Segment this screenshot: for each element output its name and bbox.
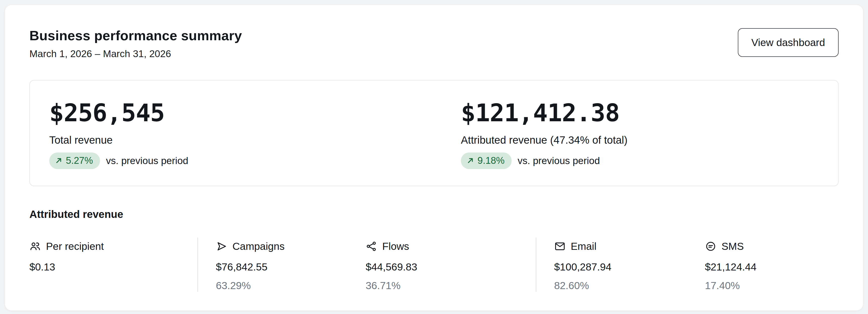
attributed-revenue-value: $121,412.38: [461, 99, 627, 127]
campaigns-column: Campaigns $76,842.55 63.29%: [216, 237, 366, 292]
per-recipient-header: Per recipient: [29, 240, 197, 253]
total-revenue-label: Total revenue: [49, 134, 461, 146]
total-revenue-metric: $256,545 Total revenue 5.27% vs. previou…: [49, 99, 461, 169]
attributed-revenue-breakdown: Per recipient $0.13 Campaigns $76,842.55…: [29, 237, 839, 292]
total-revenue-change-row: 5.27% vs. previous period: [49, 152, 461, 169]
sms-label: SMS: [721, 240, 744, 253]
campaigns-header: Campaigns: [216, 240, 366, 253]
view-dashboard-button[interactable]: View dashboard: [738, 28, 839, 57]
campaigns-label: Campaigns: [232, 240, 284, 253]
attributed-revenue-change-value: 9.18%: [477, 155, 505, 166]
column-divider: [536, 237, 536, 292]
header-text-block: Business performance summary March 1, 20…: [29, 27, 242, 60]
column-divider: [197, 237, 198, 292]
sms-value: $21,124.44: [705, 261, 839, 273]
trend-up-icon: [54, 156, 63, 165]
campaigns-share: 63.29%: [216, 279, 366, 292]
flows-share: 36.71%: [366, 279, 536, 292]
page-title: Business performance summary: [29, 27, 242, 44]
email-header: Email: [554, 240, 705, 253]
attributed-revenue-section-heading: Attributed revenue: [29, 208, 839, 221]
total-revenue-comparison: vs. previous period: [106, 155, 188, 166]
people-icon: [29, 240, 41, 252]
email-label: Email: [571, 240, 597, 253]
per-recipient-label: Per recipient: [46, 240, 104, 253]
campaigns-value: $76,842.55: [216, 261, 366, 273]
attributed-revenue-label: Attributed revenue (47.34% of total): [461, 134, 627, 146]
flows-column: Flows $44,569.83 36.71%: [366, 237, 536, 292]
flows-value: $44,569.83: [366, 261, 536, 273]
flows-header: Flows: [366, 240, 536, 253]
attributed-revenue-metric: $121,412.38 Attributed revenue (47.34% o…: [461, 99, 627, 169]
email-column: Email $100,287.94 82.60%: [554, 237, 705, 292]
flow-icon: [366, 240, 377, 252]
card-header: Business performance summary March 1, 20…: [29, 27, 839, 60]
sms-share: 17.40%: [705, 279, 839, 292]
email-value: $100,287.94: [554, 261, 705, 273]
attributed-revenue-change-row: 9.18% vs. previous period: [461, 152, 627, 169]
total-revenue-change-value: 5.27%: [66, 155, 93, 166]
per-recipient-value: $0.13: [29, 261, 197, 273]
attributed-revenue-change-badge: 9.18%: [461, 152, 512, 169]
sms-column: SMS $21,124.44 17.40%: [705, 237, 839, 292]
sms-icon: [705, 240, 716, 252]
total-revenue-value: $256,545: [49, 99, 461, 127]
date-range: March 1, 2026 – March 31, 2026: [29, 48, 242, 60]
trend-up-icon: [466, 156, 475, 165]
per-recipient-column: Per recipient $0.13: [29, 237, 197, 292]
email-share: 82.60%: [554, 279, 705, 292]
flows-label: Flows: [382, 240, 409, 253]
business-performance-card: Business performance summary March 1, 20…: [5, 5, 863, 311]
send-icon: [216, 240, 227, 252]
total-revenue-change-badge: 5.27%: [49, 152, 100, 169]
sms-header: SMS: [705, 240, 839, 253]
revenue-summary-box: $256,545 Total revenue 5.27% vs. previou…: [29, 80, 839, 186]
attributed-revenue-comparison: vs. previous period: [518, 155, 600, 166]
email-icon: [554, 240, 566, 252]
